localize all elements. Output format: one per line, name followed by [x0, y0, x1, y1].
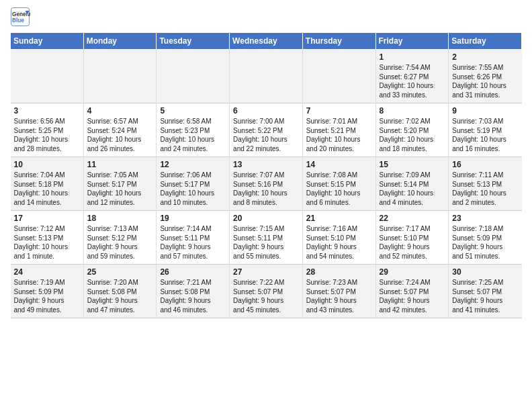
calendar-day-cell: 9Sunrise: 7:03 AM Sunset: 5:19 PM Daylig… — [449, 103, 522, 157]
calendar-week-row: 3Sunrise: 6:56 AM Sunset: 5:25 PM Daylig… — [11, 103, 522, 157]
logo-icon: General Blue — [10, 7, 30, 27]
day-header: Sunday — [11, 33, 84, 50]
day-info: Sunrise: 7:09 AM Sunset: 5:14 PM Dayligh… — [380, 171, 445, 207]
calendar-day-cell: 23Sunrise: 7:18 AM Sunset: 5:09 PM Dayli… — [449, 211, 522, 265]
day-info: Sunrise: 7:24 AM Sunset: 5:07 PM Dayligh… — [380, 278, 445, 314]
calendar-table: SundayMondayTuesdayWednesdayThursdayFrid… — [10, 32, 522, 318]
day-number: 21 — [306, 214, 372, 223]
day-info: Sunrise: 6:58 AM Sunset: 5:23 PM Dayligh… — [160, 117, 226, 153]
day-info: Sunrise: 7:08 AM Sunset: 5:15 PM Dayligh… — [306, 171, 372, 207]
calendar-week-row: 24Sunrise: 7:19 AM Sunset: 5:09 PM Dayli… — [11, 265, 522, 318]
day-info: Sunrise: 7:16 AM Sunset: 5:10 PM Dayligh… — [306, 224, 372, 261]
calendar-day-cell: 10Sunrise: 7:04 AM Sunset: 5:18 PM Dayli… — [11, 157, 84, 211]
day-number: 19 — [160, 214, 226, 223]
calendar-day-cell: 5Sunrise: 6:58 AM Sunset: 5:23 PM Daylig… — [157, 103, 230, 157]
day-info: Sunrise: 7:22 AM Sunset: 5:07 PM Dayligh… — [233, 278, 299, 314]
day-number: 14 — [306, 160, 372, 169]
calendar-day-cell: 11Sunrise: 7:05 AM Sunset: 5:17 PM Dayli… — [83, 157, 157, 211]
day-header: Monday — [83, 33, 157, 50]
calendar-day-cell — [157, 50, 230, 103]
day-number: 20 — [233, 214, 299, 223]
day-number: 17 — [14, 214, 80, 223]
day-number: 4 — [87, 106, 153, 116]
day-number: 27 — [233, 267, 299, 277]
day-number: 12 — [160, 160, 226, 169]
day-number: 24 — [14, 267, 80, 277]
calendar-week-row: 10Sunrise: 7:04 AM Sunset: 5:18 PM Dayli… — [11, 157, 522, 211]
calendar-day-cell — [83, 50, 157, 103]
day-info: Sunrise: 7:14 AM Sunset: 5:11 PM Dayligh… — [160, 224, 226, 261]
day-number: 10 — [14, 160, 80, 169]
day-info: Sunrise: 7:55 AM Sunset: 6:26 PM Dayligh… — [452, 63, 518, 99]
calendar-day-cell: 6Sunrise: 7:00 AM Sunset: 5:22 PM Daylig… — [230, 103, 303, 157]
day-number: 22 — [380, 214, 445, 223]
calendar-day-cell: 17Sunrise: 7:12 AM Sunset: 5:13 PM Dayli… — [11, 211, 84, 265]
day-number: 8 — [380, 106, 445, 116]
day-number: 30 — [452, 267, 518, 277]
day-info: Sunrise: 7:15 AM Sunset: 5:11 PM Dayligh… — [233, 224, 299, 261]
day-number: 29 — [380, 267, 445, 277]
calendar-day-cell: 3Sunrise: 6:56 AM Sunset: 5:25 PM Daylig… — [11, 103, 84, 157]
calendar-day-cell: 20Sunrise: 7:15 AM Sunset: 5:11 PM Dayli… — [230, 211, 303, 265]
calendar-day-cell: 4Sunrise: 6:57 AM Sunset: 5:24 PM Daylig… — [83, 103, 157, 157]
calendar-day-cell: 2Sunrise: 7:55 AM Sunset: 6:26 PM Daylig… — [449, 50, 522, 103]
day-number: 5 — [160, 106, 226, 116]
calendar-day-cell — [11, 50, 84, 103]
calendar-body: 1Sunrise: 7:54 AM Sunset: 6:27 PM Daylig… — [11, 50, 522, 318]
day-header: Saturday — [449, 33, 522, 50]
day-info: Sunrise: 7:54 AM Sunset: 6:27 PM Dayligh… — [380, 63, 445, 99]
day-info: Sunrise: 7:07 AM Sunset: 5:16 PM Dayligh… — [233, 171, 299, 207]
day-info: Sunrise: 7:12 AM Sunset: 5:13 PM Dayligh… — [14, 224, 80, 261]
day-number: 25 — [87, 267, 153, 277]
calendar-day-cell: 25Sunrise: 7:20 AM Sunset: 5:08 PM Dayli… — [83, 265, 157, 318]
calendar-day-cell: 21Sunrise: 7:16 AM Sunset: 5:10 PM Dayli… — [302, 211, 375, 265]
day-number: 7 — [306, 106, 372, 116]
day-number: 16 — [452, 160, 518, 169]
day-info: Sunrise: 6:57 AM Sunset: 5:24 PM Dayligh… — [87, 117, 153, 153]
calendar-day-cell: 26Sunrise: 7:21 AM Sunset: 5:08 PM Dayli… — [157, 265, 230, 318]
day-info: Sunrise: 7:02 AM Sunset: 5:20 PM Dayligh… — [380, 117, 445, 153]
calendar-day-cell: 15Sunrise: 7:09 AM Sunset: 5:14 PM Dayli… — [375, 157, 449, 211]
day-info: Sunrise: 6:56 AM Sunset: 5:25 PM Dayligh… — [14, 117, 80, 153]
day-info: Sunrise: 7:01 AM Sunset: 5:21 PM Dayligh… — [306, 117, 372, 153]
calendar-header-row: SundayMondayTuesdayWednesdayThursdayFrid… — [11, 33, 522, 50]
day-header: Wednesday — [230, 33, 303, 50]
day-header: Tuesday — [157, 33, 230, 50]
day-info: Sunrise: 7:20 AM Sunset: 5:08 PM Dayligh… — [87, 278, 153, 314]
calendar-day-cell: 30Sunrise: 7:25 AM Sunset: 5:07 PM Dayli… — [449, 265, 522, 318]
day-number: 18 — [87, 214, 153, 223]
day-info: Sunrise: 7:23 AM Sunset: 5:07 PM Dayligh… — [306, 278, 372, 314]
calendar-day-cell: 7Sunrise: 7:01 AM Sunset: 5:21 PM Daylig… — [302, 103, 375, 157]
day-number: 26 — [160, 267, 226, 277]
day-number: 11 — [87, 160, 153, 169]
calendar-day-cell: 28Sunrise: 7:23 AM Sunset: 5:07 PM Dayli… — [302, 265, 375, 318]
day-info: Sunrise: 7:11 AM Sunset: 5:13 PM Dayligh… — [452, 171, 518, 207]
calendar-day-cell: 24Sunrise: 7:19 AM Sunset: 5:09 PM Dayli… — [11, 265, 84, 318]
day-header: Friday — [375, 33, 449, 50]
day-info: Sunrise: 7:03 AM Sunset: 5:19 PM Dayligh… — [452, 117, 518, 153]
day-info: Sunrise: 7:21 AM Sunset: 5:08 PM Dayligh… — [160, 278, 226, 314]
day-number: 23 — [452, 214, 518, 223]
svg-text:Blue: Blue — [12, 17, 24, 24]
calendar-day-cell — [230, 50, 303, 103]
calendar-day-cell: 8Sunrise: 7:02 AM Sunset: 5:20 PM Daylig… — [375, 103, 449, 157]
day-number: 3 — [14, 106, 80, 116]
day-info: Sunrise: 7:05 AM Sunset: 5:17 PM Dayligh… — [87, 171, 153, 207]
calendar-day-cell: 12Sunrise: 7:06 AM Sunset: 5:17 PM Dayli… — [157, 157, 230, 211]
day-header: Thursday — [302, 33, 375, 50]
day-info: Sunrise: 7:17 AM Sunset: 5:10 PM Dayligh… — [380, 224, 445, 261]
day-info: Sunrise: 7:19 AM Sunset: 5:09 PM Dayligh… — [14, 278, 80, 314]
calendar-week-row: 17Sunrise: 7:12 AM Sunset: 5:13 PM Dayli… — [11, 211, 522, 265]
day-number: 6 — [233, 106, 299, 116]
day-number: 15 — [380, 160, 445, 169]
calendar-week-row: 1Sunrise: 7:54 AM Sunset: 6:27 PM Daylig… — [11, 50, 522, 103]
logo: General Blue — [10, 7, 30, 27]
calendar-day-cell: 14Sunrise: 7:08 AM Sunset: 5:15 PM Dayli… — [302, 157, 375, 211]
day-info: Sunrise: 7:06 AM Sunset: 5:17 PM Dayligh… — [160, 171, 226, 207]
day-info: Sunrise: 7:25 AM Sunset: 5:07 PM Dayligh… — [452, 278, 518, 314]
calendar-day-cell: 19Sunrise: 7:14 AM Sunset: 5:11 PM Dayli… — [157, 211, 230, 265]
page-header: General Blue — [10, 7, 522, 27]
calendar-day-cell: 13Sunrise: 7:07 AM Sunset: 5:16 PM Dayli… — [230, 157, 303, 211]
calendar-day-cell — [302, 50, 375, 103]
day-info: Sunrise: 7:04 AM Sunset: 5:18 PM Dayligh… — [14, 171, 80, 207]
